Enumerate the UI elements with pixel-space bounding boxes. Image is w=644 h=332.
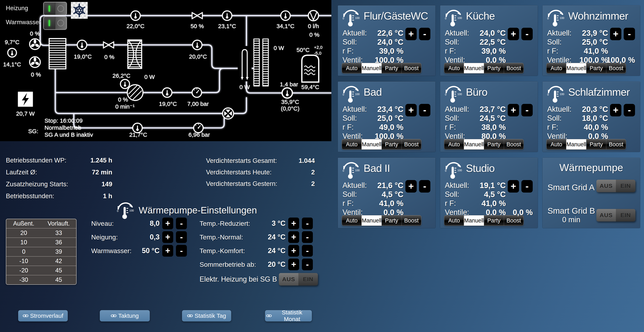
fan-bottom-pct-label: 0 % [31,71,41,78]
mode-auto[interactable]: Auto [342,139,362,150]
room-title: Wohnzimmer [568,10,628,22]
mode-auto[interactable]: Auto [444,216,464,226]
setting-label: Temp.-Komfort: [200,247,264,255]
mode-manuell[interactable]: Manuell [362,139,382,150]
mode-party[interactable]: Party [382,139,401,150]
increase-button[interactable]: + [288,258,299,270]
table-cell: 45 [41,266,76,275]
mode-manuell[interactable]: Manuell [464,139,484,150]
room-setpoint-plus-button[interactable]: + [508,104,519,116]
nav-button-taktung[interactable]: Taktung [100,310,150,322]
comp-pct-label: 0 % [118,96,128,103]
mode-party[interactable]: Party [382,216,401,226]
warmwasser-toggle[interactable] [43,16,67,30]
decrease-button[interactable]: - [176,245,187,256]
mode-manuell[interactable]: Manuell [464,216,484,226]
stat-value: 2 [311,180,315,188]
value-number: 19,1 °C [480,181,506,190]
room-card-bad: 0 100 Bad Aktuell: 23,4 °C Soll: 25,0 °C… [338,82,436,152]
mode-boost[interactable]: Boost [402,139,421,150]
decrease-button[interactable]: - [302,231,313,243]
value-row: Aktuell: 19,1 °C [445,181,506,190]
room-setpoint-plus-button[interactable]: + [406,104,417,116]
mode-manuell[interactable]: Manuell [566,63,586,73]
room-setpoint-plus-button[interactable]: + [406,180,417,192]
table-cell: 39 [41,247,76,256]
room-setpoint-minus-button[interactable]: - [521,180,533,192]
mode-party[interactable]: Party [484,216,504,226]
value-number: 21,6 °C [377,181,404,190]
room-setpoint-minus-button[interactable]: - [419,104,430,116]
mode-manuell[interactable]: Manuell [566,139,586,150]
decrease-button[interactable]: - [302,258,313,270]
smart-grid-a-toggle[interactable]: AUS EIN [596,180,636,192]
gauge-min-label: 0 [343,169,344,172]
smart-grid-b-toggle[interactable]: AUS EIN [596,209,636,222]
decrease-button[interactable]: - [176,218,187,229]
mode-auto[interactable]: Auto [444,139,464,150]
mode-auto[interactable]: Auto [546,139,566,150]
decrease-button[interactable]: - [302,245,313,256]
mode-manuell[interactable]: Manuell [362,216,382,226]
nav-button-statistik-tag[interactable]: Statistik Tag [182,310,231,322]
room-setpoint-minus-button[interactable]: - [624,104,635,116]
nav-button-label: Taktung [118,312,139,319]
mode-boost[interactable]: Boost [402,216,421,226]
mode-boost[interactable]: Boost [504,216,524,226]
increase-button[interactable]: + [288,218,299,229]
stat-label: Verdichterstarts Gestern: [206,180,277,188]
value-label: Aktuell: [445,105,469,114]
elektr-heizung-aus-ein-toggle[interactable]: AUS EIN [279,273,318,286]
thermometer-icon [192,40,202,50]
stat-row: Zusatzheizung Starts: 149 [6,179,112,189]
room-title: Küche [466,10,495,22]
room-setpoint-minus-button[interactable]: - [521,28,533,40]
nav-button-stromverlauf[interactable]: Stromverlauf [18,310,68,322]
increase-button[interactable]: + [288,245,299,256]
return-line-temp-label: 21,7°C [129,132,147,138]
thermometer-gauge-icon: 0 100 [444,8,463,27]
increase-button[interactable]: + [162,245,173,256]
room-setpoint-minus-button[interactable]: - [419,180,430,192]
mode-party[interactable]: Party [586,139,606,150]
mode-auto[interactable]: Auto [342,216,362,226]
value-row: Aktuell: 23,4 °C [342,105,404,114]
mode-party[interactable]: Party [382,63,401,73]
heatpump-card-title: Wärmepumpe [542,158,640,174]
mode-auto[interactable]: Auto [546,63,566,73]
increase-button[interactable]: + [288,231,299,243]
mode-boost[interactable]: Boost [504,139,524,150]
room-setpoint-plus-button[interactable]: + [406,28,417,40]
increase-button[interactable]: + [162,231,173,243]
mode-manuell[interactable]: Manuell [464,63,484,73]
mode-party[interactable]: Party [484,139,504,150]
room-setpoint-minus-button[interactable]: - [624,28,635,40]
toggle-on-side [44,2,55,15]
decrease-button[interactable]: - [302,218,313,229]
room-setpoint-plus-button[interactable]: + [508,180,519,192]
mode-party[interactable]: Party [484,63,504,73]
mode-party[interactable]: Party [586,63,606,73]
setting-row-warmwasser: Warmwasser: 50 °C + - [91,244,187,257]
heizung-toggle[interactable] [43,2,67,15]
room-setpoint-plus-button[interactable]: + [610,28,621,40]
room-setpoint-minus-button[interactable]: - [419,28,430,40]
heatpump-card: Wärmepumpe Smart Grid A AUS EIN Smart Gr… [542,158,640,228]
value-row: Soll: 25,0 °C [342,114,404,123]
mode-boost[interactable]: Boost [504,63,524,73]
mode-boost[interactable]: Boost [402,63,421,73]
mode-manuell[interactable]: Manuell [362,63,382,73]
mode-boost[interactable]: Boost [606,139,626,150]
nav-button-statistik-monat[interactable]: Statistik Monat [265,310,312,322]
link-icon [266,314,272,318]
room-setpoint-minus-button[interactable]: - [521,104,533,116]
room-setpoint-plus-button[interactable]: + [508,28,519,40]
decrease-button[interactable]: - [176,231,187,243]
value-number: 24,0 °C [377,38,404,46]
mode-auto[interactable]: Auto [342,63,362,73]
room-setpoint-plus-button[interactable]: + [610,104,621,116]
increase-button[interactable]: + [162,218,173,229]
mode-auto[interactable]: Auto [444,63,464,73]
room-title: Büro [466,86,488,98]
mode-boost[interactable]: Boost [606,63,626,73]
